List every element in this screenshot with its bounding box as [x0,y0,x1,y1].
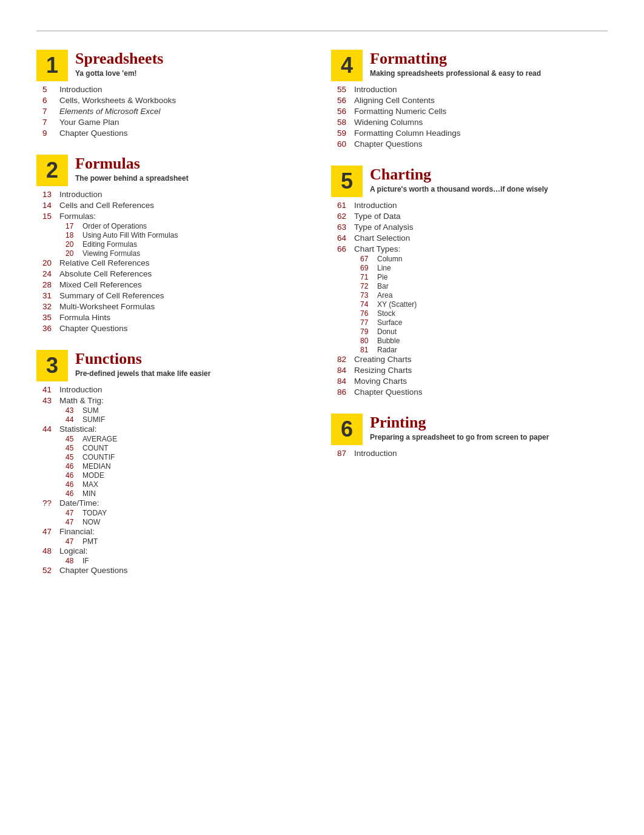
toc-item: 13Introduction [42,190,313,199]
toc-page-num: 58 [337,118,354,127]
toc-sub-page-num: 17 [65,222,82,230]
toc-page-num: 64 [337,233,354,243]
toc-sub-item: 79Donut [360,327,608,336]
chapter-number: 4 [331,50,363,81]
toc-sub-page-num: 45 [65,435,82,443]
chapter-title-area: SpreadsheetsYa gotta love 'em! [75,50,163,78]
toc-sub-text: Area [377,291,392,300]
toc-sub-text: Line [377,264,391,272]
toc-page-num: 20 [42,258,59,267]
chapter-title: Functions [75,350,210,368]
toc-item-text: Chapter Questions [59,324,128,333]
toc-page-num: 52 [42,566,59,575]
toc-item-text: Summary of Cell References [59,291,164,300]
toc-sub-text: PMT [82,537,98,546]
toc-sub-page-num: 79 [360,327,377,336]
chapter-header: 5ChartingA picture's worth a thousand wo… [331,166,608,197]
chapter-number: 1 [36,50,68,81]
toc-item-text: Introduction [354,449,397,458]
toc-sub-item: 46MEDIAN [65,462,313,471]
chapter-number: 6 [331,414,363,445]
toc-item: 84Resizing Charts [337,366,608,375]
toc-sub-item: 73Area [360,291,608,300]
toc-page-num: 44 [42,424,59,434]
toc-item-text: Date/Time: [59,498,99,508]
toc-item-with-sub: 44Statistical: [42,424,313,434]
toc-item-text: Widening Columns [354,118,423,127]
toc-sub-text: Bar [377,282,389,290]
chapter-number: 2 [36,155,68,186]
toc-sub-text: SUM [82,406,99,415]
toc-sub-text: COUNT [82,444,109,452]
toc-sub-item: 45COUNT [65,444,313,452]
toc-item: 56Formatting Numeric Cells [337,107,608,116]
toc-page-num: 6 [42,96,59,105]
toc-sub-text: Pie [377,273,387,281]
toc-item: 41Introduction [42,385,313,394]
toc-sub-text: MIN [82,489,96,498]
toc-sub-item: 45AVERAGE [65,435,313,443]
toc-sub-page-num: 46 [65,489,82,498]
chapter-title-area: FormulasThe power behind a spreadsheet [75,155,189,183]
toc-sub-page-num: 43 [65,406,82,415]
toc-item: 82Creating Charts [337,355,608,364]
toc-list: 87Introduction [337,449,608,458]
toc-sub-text: MEDIAN [82,462,111,471]
toc-item: 86Chapter Questions [337,387,608,397]
chapter-subtitle: Making spreadsheets professional & easy … [370,69,541,78]
toc-sub-item: 20Editing Formulas [65,240,313,249]
toc-sub-page-num: 45 [65,444,82,452]
chapter-subtitle: Preparing a spreadsheet to go from scree… [370,433,549,441]
toc-page-num: 31 [42,291,59,300]
toc-page-num: 28 [42,280,59,289]
toc-item: 64Chart Selection [337,233,608,243]
toc-page-num: 47 [42,527,59,536]
chapter-subtitle: A picture's worth a thousand words…if do… [370,185,548,193]
toc-item: 5Introduction [42,85,313,94]
toc-page-num: 32 [42,302,59,311]
toc-sub-page-num: 76 [360,309,377,318]
chapter-3: 3FunctionsPre-defined jewels that make l… [36,350,313,575]
toc-item-text: Type of Analysis [354,223,414,232]
toc-item-text: Financial: [59,527,95,536]
toc-sub-item: 17Order of Operations [65,222,313,230]
toc-list: 5Introduction6Cells, Worksheets & Workbo… [42,85,313,138]
toc-page-num: 86 [337,387,354,397]
toc-page-num: 48 [42,546,59,555]
toc-sub-page-num: 48 [65,557,82,565]
chapter-number: 3 [36,350,68,381]
toc-item: 14Cells and Cell References [42,201,313,210]
toc-sub-text: Editing Formulas [82,240,137,249]
toc-sub-item: 45COUNTIF [65,453,313,461]
toc-sub-text: Viewing Formulas [82,249,140,258]
toc-list: 61Introduction62Type of Data63Type of An… [337,201,608,397]
toc-item: 7Your Game Plan [42,118,313,127]
chapter-4: 4FormattingMaking spreadsheets professio… [331,50,608,149]
toc-sub-text: SUMIF [82,415,105,424]
toc-item-text: Introduction [59,85,102,94]
toc-sub-item: 47TODAY [65,509,313,517]
toc-item-text: Type of Data [354,212,401,221]
toc-sub-text: Using Auto Fill With Formulas [82,231,178,240]
toc-sub-item: 47NOW [65,518,313,526]
toc-sub-item: 76Stock [360,309,608,318]
toc-sub-text: AVERAGE [82,435,117,443]
toc-page-num: 84 [337,377,354,386]
toc-item-text: Chart Selection [354,233,410,243]
toc-sub-item: 18Using Auto Fill With Formulas [65,231,313,240]
toc-sub-page-num: 20 [65,249,82,258]
chapter-title: Printing [370,414,549,432]
toc-item-text: Chart Types: [354,244,400,253]
toc-sub-page-num: 69 [360,264,377,272]
toc-sub-page-num: 47 [65,537,82,546]
toc-item-text: Introduction [59,190,102,199]
toc-sub-item: 72Bar [360,282,608,290]
toc-item: 24Absolute Cell References [42,269,313,278]
title-divider [36,30,608,32]
toc-item: 31Summary of Cell References [42,291,313,300]
toc-sub-page-num: 80 [360,337,377,345]
toc-page-num: 9 [42,129,59,138]
toc-item-text: Multi-Worksheet Formulas [59,302,155,311]
toc-item: 7Elements of Microsoft Excel [42,107,313,116]
toc-page-num: 62 [337,212,354,221]
